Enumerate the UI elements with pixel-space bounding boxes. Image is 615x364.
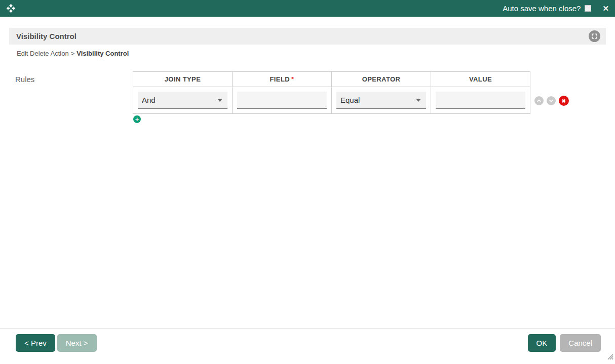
row-actions: ✖ [534, 96, 569, 106]
required-marker: * [291, 75, 294, 83]
delete-row-button[interactable]: ✖ [559, 96, 569, 106]
operator-selected-value: Equal [340, 96, 416, 104]
expand-button[interactable] [589, 30, 600, 42]
column-header-operator: OPERATOR [332, 72, 431, 87]
move-icon[interactable] [6, 4, 16, 13]
prev-button[interactable]: < Prev [16, 334, 55, 352]
cancel-button[interactable]: Cancel [560, 334, 601, 352]
field-input[interactable] [237, 92, 327, 109]
value-input[interactable] [436, 92, 525, 109]
rules-label: Rules [15, 71, 133, 123]
autosave-checkbox[interactable] [585, 5, 591, 12]
join-type-select[interactable]: And [138, 92, 227, 109]
panel-header: Visibility Control [9, 28, 606, 45]
rules-section: Rules JOIN TYPE FIELD* OPERATOR VALUE [0, 57, 615, 123]
breadcrumb-separator: > [71, 50, 75, 57]
chevron-down-icon [549, 98, 554, 103]
column-header-join-type: JOIN TYPE [133, 72, 233, 87]
dialog-titlebar[interactable]: Auto save when close? ✕ [0, 0, 615, 17]
fullscreen-icon [591, 33, 598, 39]
autosave-label: Auto save when close? [503, 4, 581, 13]
cell-operator: Equal [332, 87, 431, 114]
page-title: Visibility Control [16, 32, 76, 41]
column-header-value: VALUE [431, 72, 530, 87]
breadcrumb: Edit Delete Action>Visibility Control [9, 50, 606, 57]
chevron-up-icon [536, 98, 542, 103]
table-row: And Equal [133, 87, 530, 114]
ok-button[interactable]: OK [528, 334, 556, 352]
column-header-field: FIELD* [233, 72, 332, 87]
cell-value [431, 87, 530, 114]
cell-join-type: And [133, 87, 233, 114]
resize-grip-icon[interactable] [607, 353, 613, 362]
move-row-down-button[interactable] [547, 96, 556, 105]
rules-table-area: JOIN TYPE FIELD* OPERATOR VALUE [133, 71, 530, 123]
join-type-selected-value: And [142, 96, 217, 104]
add-rule-button[interactable]: + [133, 115, 141, 123]
chevron-down-icon [217, 99, 222, 102]
chevron-down-icon [416, 99, 421, 102]
breadcrumb-current: Visibility Control [76, 50, 129, 57]
breadcrumb-parent: Edit Delete Action [17, 50, 69, 57]
next-button[interactable]: Next > [57, 334, 97, 352]
cell-field [233, 87, 332, 114]
rules-table: JOIN TYPE FIELD* OPERATOR VALUE [133, 71, 530, 114]
close-icon[interactable]: ✕ [602, 5, 609, 12]
table-header-row: JOIN TYPE FIELD* OPERATOR VALUE [133, 72, 530, 87]
operator-select[interactable]: Equal [336, 92, 426, 109]
footer-bar: < Prev Next > OK Cancel [0, 328, 615, 364]
move-row-up-button[interactable] [534, 96, 544, 105]
